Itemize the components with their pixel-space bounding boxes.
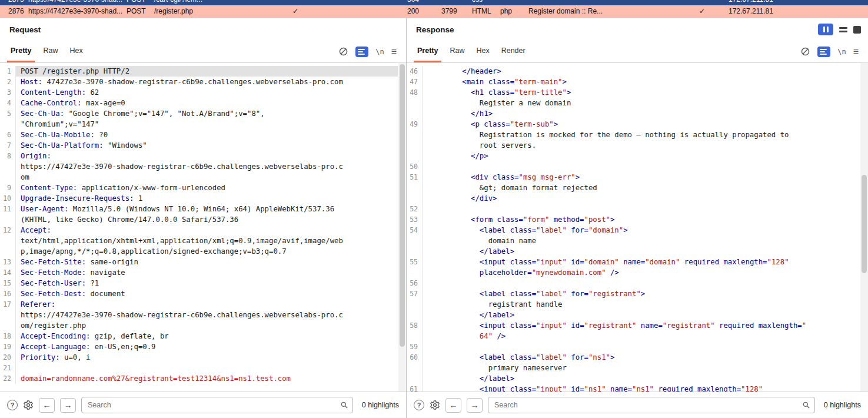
request-findbar: ? ← → 0 highlights: [0, 392, 406, 418]
line-number: 4: [0, 98, 16, 108]
code-line: 22domain=randomname.com%27&registrant=te…: [0, 373, 406, 384]
code-line: 7Sec-Ch-Ua-Platform: "Windows": [0, 140, 406, 151]
request-tabbar: Pretty Raw Hex \n ≡: [0, 41, 406, 63]
request-search-input[interactable]: [81, 397, 353, 413]
tab-hex[interactable]: Hex: [64, 41, 88, 62]
line-number: 9: [0, 183, 16, 193]
editor-menu-icon[interactable]: ≡: [391, 47, 397, 57]
code-line: https://47427e3e-3970-shadow-registrar-c…: [0, 161, 406, 172]
line-number: 61: [407, 384, 423, 392]
tab-hex[interactable]: Hex: [470, 41, 495, 62]
code-line: 10Upgrade-Insecure-Requests: 1: [0, 193, 406, 204]
request-editor[interactable]: 1POST /register.php HTTP/22Host: 47427e3…: [0, 63, 406, 392]
tab-raw[interactable]: Raw: [37, 41, 64, 62]
line-number: 21: [0, 363, 16, 373]
line-number: [0, 119, 16, 130]
line-number: [407, 267, 423, 278]
row-extension: php: [500, 5, 512, 18]
tab-render[interactable]: Render: [495, 41, 531, 62]
line-number: 60: [407, 352, 423, 363]
line-number: 54: [407, 225, 423, 235]
code-line: primary nameserver: [407, 363, 868, 373]
row-host: https://47427e3e-3970-shad...: [28, 0, 122, 5]
line-number: [407, 331, 423, 341]
code-line: 14Sec-Fetch-Mode: navigate: [0, 267, 406, 278]
search-settings-gear-icon[interactable]: [430, 400, 440, 410]
code-line: 18Accept-Encoding: gzip, deflate, br: [0, 331, 406, 341]
code-line: </label>: [407, 310, 868, 320]
response-title: Response: [416, 25, 454, 34]
history-row-partial[interactable]: 2875 https://47427e3e-3970-shad... POST …: [0, 0, 868, 5]
show-newlines-icon[interactable]: \n: [837, 48, 846, 56]
line-number: [0, 310, 16, 320]
search-prev-button[interactable]: ←: [39, 398, 55, 413]
line-number: 7: [0, 140, 16, 151]
response-scrollbar[interactable]: [860, 63, 868, 392]
code-line: text/html,application/xhtml+xml,applicat…: [0, 235, 406, 246]
code-line: Register a new domain: [407, 98, 868, 108]
line-number: 12: [0, 225, 16, 235]
line-number: [407, 363, 423, 373]
code-line: 1POST /register.php HTTP/2: [0, 66, 406, 77]
response-search-input[interactable]: [488, 397, 815, 413]
code-line: Registration is mocked for the demo — no…: [407, 130, 868, 140]
code-line: 3Content-Length: 62: [0, 87, 406, 98]
line-number: 5: [0, 108, 16, 119]
row-path: /cart-cgi/?lem...: [154, 0, 202, 5]
code-line: p,image/apng,*/*;q=0.8,application/signe…: [0, 246, 406, 257]
line-number: [407, 130, 423, 140]
code-line: 55 <input class="input" id="domain" name…: [407, 257, 868, 267]
line-number: 13: [0, 257, 16, 267]
pause-updates-button[interactable]: [818, 24, 833, 35]
line-number: 59: [407, 341, 423, 352]
row-number: 2876: [8, 5, 24, 18]
code-line: "Chromium";v="147": [0, 119, 406, 130]
code-line: 21: [0, 363, 406, 373]
line-number: [407, 310, 423, 320]
editor-menu-icon[interactable]: ≡: [853, 47, 859, 57]
tab-pretty[interactable]: Pretty: [5, 41, 37, 62]
line-number: 58: [407, 320, 423, 331]
row-method: POST: [127, 0, 146, 5]
code-line: 60 <label class="label" for="ns1">: [407, 352, 868, 363]
help-icon[interactable]: ?: [7, 400, 18, 410]
row-host: https://47427e3e-3970-shad...: [28, 5, 122, 18]
horizontal-layout-icon[interactable]: [838, 25, 849, 35]
hide-nonprintable-icon[interactable]: [800, 47, 810, 57]
tab-pretty[interactable]: Pretty: [411, 41, 444, 62]
history-row-selected[interactable]: 2876 https://47427e3e-3970-shad... POST …: [0, 5, 868, 18]
proxy-history-table: 2875 https://47427e3e-3970-shad... POST …: [0, 0, 868, 18]
code-line: 53 <form class="form" method="post">: [407, 214, 868, 225]
code-line: 58 <input class="input" id="registrant" …: [407, 320, 868, 331]
show-newlines-icon[interactable]: \n: [375, 48, 384, 56]
code-line: 47 <main class="term-main">: [407, 77, 868, 87]
search-next-button[interactable]: →: [60, 398, 76, 413]
code-line: 12Accept:: [0, 225, 406, 235]
response-editor[interactable]: 46 </header>47 <main class="term-main">4…: [407, 63, 868, 392]
response-header: Response: [407, 18, 868, 41]
code-line: 59: [407, 341, 868, 352]
tab-raw[interactable]: Raw: [444, 41, 470, 62]
help-icon[interactable]: ?: [414, 400, 424, 410]
code-line: https://47427e3e-3970-shadow-registrar-c…: [0, 310, 406, 320]
line-number: 46: [407, 66, 423, 77]
request-header: Request: [0, 18, 406, 41]
pretty-print-icon[interactable]: [355, 47, 368, 57]
single-panel-layout-icon[interactable]: [853, 26, 861, 34]
line-number: 48: [407, 87, 423, 98]
response-panel: Response Pretty Raw Hex Render \n ≡ 46 <…: [407, 18, 868, 418]
request-scrollbar[interactable]: [398, 63, 406, 392]
search-settings-gear-icon[interactable]: [23, 400, 34, 410]
search-icon: [340, 401, 348, 409]
code-line: 8Origin:: [0, 151, 406, 161]
line-number: [407, 246, 423, 257]
search-next-button[interactable]: →: [467, 398, 483, 413]
row-method: POST: [127, 5, 146, 18]
row-title: Register domain :: Re...: [528, 5, 603, 18]
line-number: [407, 98, 423, 108]
hide-nonprintable-icon[interactable]: [338, 47, 348, 57]
search-prev-button[interactable]: ←: [445, 398, 461, 413]
pretty-print-icon[interactable]: [817, 47, 830, 57]
row-ip: 172.67.211.81: [729, 0, 773, 5]
code-line: 19Accept-Language: en-US,en;q=0.9: [0, 341, 406, 352]
